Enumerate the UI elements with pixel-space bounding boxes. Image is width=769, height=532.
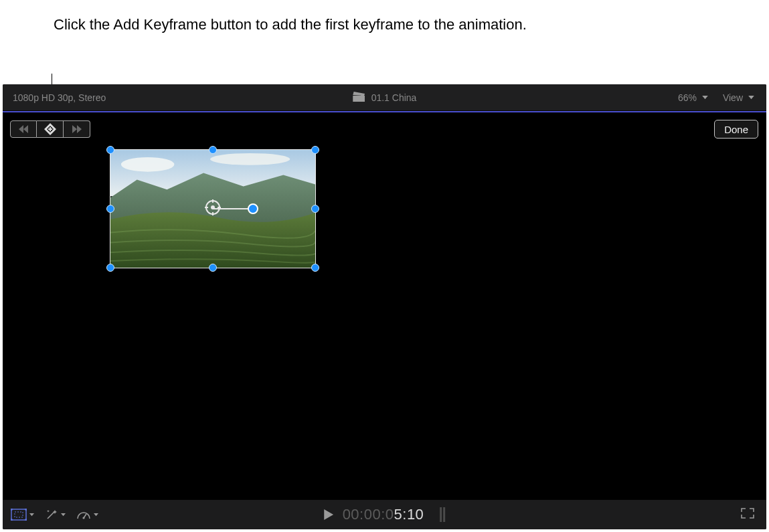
loop-range-indicator <box>440 507 445 522</box>
resize-handle-middle-left[interactable] <box>106 205 114 213</box>
zoom-value: 66% <box>678 92 697 103</box>
svg-point-7 <box>25 509 27 511</box>
resize-handle-top-right[interactable] <box>311 146 319 154</box>
previous-keyframe-button[interactable] <box>10 120 37 138</box>
view-label: View <box>723 92 743 103</box>
svg-point-11 <box>82 517 84 519</box>
done-button[interactable]: Done <box>714 120 758 139</box>
viewer-canvas[interactable]: Done <box>3 112 766 500</box>
resize-handle-bottom-middle[interactable] <box>209 264 217 272</box>
timecode-display[interactable]: 00:00:05:10 <box>343 506 424 523</box>
resize-handle-middle-right[interactable] <box>311 205 319 213</box>
chevron-down-icon <box>29 513 34 517</box>
viewer-panel: 1080p HD 30p, Stereo 01.1 China 66% View <box>3 84 766 529</box>
timecode-bright: 5:10 <box>394 506 424 523</box>
add-keyframe-button[interactable] <box>37 120 64 138</box>
resize-handle-bottom-right[interactable] <box>311 264 319 272</box>
clip-name-label: 01.1 China <box>371 92 417 103</box>
resize-handle-top-middle[interactable] <box>209 146 217 154</box>
timecode-dim: 00:00:0 <box>343 506 394 523</box>
svg-rect-10 <box>15 512 23 517</box>
chevron-down-icon <box>748 96 754 100</box>
viewer-bottom-bar: 00:00:05:10 <box>3 500 766 529</box>
video-format-label: 1080p HD 30p, Stereo <box>13 92 106 103</box>
resize-handle-bottom-left[interactable] <box>106 264 114 272</box>
next-keyframe-button[interactable] <box>64 120 90 138</box>
viewer-top-bar: 1080p HD 30p, Stereo 01.1 China 66% View <box>3 84 766 111</box>
svg-point-2 <box>210 153 290 165</box>
done-label: Done <box>724 124 748 135</box>
transform-bounding-box[interactable] <box>110 149 316 268</box>
anchor-point-icon[interactable] <box>205 199 221 218</box>
speedometer-icon <box>76 509 91 520</box>
enhance-tool-menu[interactable] <box>45 508 66 521</box>
svg-point-8 <box>11 519 13 521</box>
svg-point-1 <box>121 157 174 172</box>
svg-point-6 <box>11 509 13 511</box>
keyframe-toolbar <box>10 120 90 138</box>
svg-rect-5 <box>11 509 26 520</box>
zoom-dropdown[interactable]: 66% <box>678 92 708 103</box>
svg-point-9 <box>25 519 27 521</box>
transform-icon <box>11 509 27 521</box>
motion-path-handle[interactable] <box>248 203 258 214</box>
resize-handle-top-left[interactable] <box>106 146 114 154</box>
svg-point-4 <box>211 205 215 209</box>
clapperboard-icon <box>353 92 365 104</box>
chevron-down-icon <box>61 513 66 517</box>
fullscreen-button[interactable] <box>741 508 754 519</box>
retime-tool-menu[interactable] <box>76 509 98 520</box>
magic-wand-icon <box>45 508 58 521</box>
view-dropdown[interactable]: View <box>723 92 754 103</box>
transform-tool-menu[interactable] <box>11 509 34 521</box>
callout-instruction: Click the Add Keyframe button to add the… <box>54 15 527 35</box>
chevron-down-icon <box>702 96 708 100</box>
chevron-down-icon <box>94 513 98 517</box>
play-button[interactable] <box>324 509 333 520</box>
